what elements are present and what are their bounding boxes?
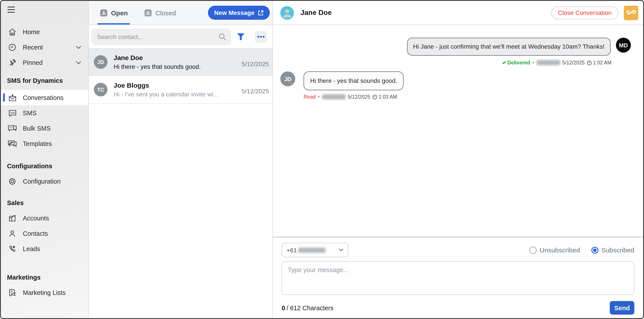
templates-icon [8, 139, 17, 148]
sidebar-item-label: Marketing Lists [23, 289, 66, 296]
marketing-lists-icon [8, 288, 17, 297]
hamburger-menu-icon[interactable] [1, 1, 88, 19]
redacted-phone-number [298, 247, 326, 253]
radio-label: Unsubscribed [540, 246, 580, 254]
sidebar-item-label: Bulk SMS [23, 125, 51, 132]
filter-button[interactable] [231, 32, 250, 41]
tab-closed[interactable]: Closed [144, 1, 176, 24]
external-link-icon [258, 10, 264, 15]
sidebar-section-configurations: Configurations [1, 158, 88, 174]
message-date: 5/12/2025 [562, 60, 584, 65]
leads-icon [8, 244, 17, 253]
message-status: Read • 5/12/2025 1:03 AM [304, 94, 643, 100]
sidebar-item-conversations[interactable]: Conversations [1, 90, 88, 105]
sidebar-item-accounts[interactable]: Accounts [1, 210, 88, 226]
redacted-sender-name [322, 94, 346, 99]
message-input[interactable] [282, 261, 634, 295]
radio-unsubscribed[interactable]: Unsubscribed [530, 246, 580, 254]
inbox-tray-icon [144, 9, 152, 16]
status-label: Delivered [507, 60, 530, 65]
sidebar-section-sms-for-dynamics: SMS for Dynamics [1, 73, 88, 88]
sidebar-item-label: Accounts [23, 215, 49, 222]
conversation-preview: Hi - I've sent you a calendar invite wi.… [114, 90, 218, 98]
search-input[interactable] [91, 28, 231, 45]
new-message-label: New Message [214, 9, 254, 16]
app-window: Home Recent Pinned SMS for Dynamics Conv… [0, 0, 644, 319]
svg-text:SMS: SMS [10, 111, 15, 114]
message-time: 1:03 AM [378, 94, 397, 99]
tab-open[interactable]: Open [100, 1, 128, 24]
sidebar-item-label: Conversations [23, 94, 64, 101]
gear-icon [8, 177, 17, 186]
sidebar-item-label: Pinned [23, 59, 42, 66]
bulk-sms-icon [8, 124, 17, 133]
avatar: TC [94, 83, 108, 96]
phone-number-select[interactable]: +61 [282, 243, 348, 257]
sidebar-section-marketings: Marketings [1, 270, 88, 285]
conversation-preview: Hi there - yes that sounds good. [114, 62, 201, 71]
search-icon [218, 33, 226, 40]
sidebar-item-recent[interactable]: Recent [1, 39, 88, 55]
contact-avatar [280, 6, 294, 19]
home-icon [8, 27, 17, 36]
character-limit-label: / 612 Characters [286, 304, 334, 311]
conversations-icon [8, 93, 17, 102]
sms-icon: SMS [8, 108, 17, 117]
conversation-date: 5/12/2025 [238, 60, 269, 67]
send-button[interactable]: Send [610, 301, 634, 315]
more-options-button[interactable] [255, 30, 267, 43]
sidebar-item-home[interactable]: Home [1, 24, 88, 39]
message-date: 5/12/2025 [348, 94, 370, 99]
message-bubble: Hi Jane - just confirming that we'll mee… [407, 38, 611, 56]
chevron-down-icon[interactable] [76, 61, 81, 64]
message-history: Hi Jane - just confirming that we'll mee… [273, 25, 643, 237]
conversation-tabs: Open Closed New Message [88, 1, 272, 25]
pin-icon [8, 58, 17, 67]
conversation-row-joe-bloggs[interactable]: TC Joe Bloggs Hi - I've sent you a calen… [88, 76, 272, 104]
radio-circle-icon [591, 247, 598, 254]
sidebar-item-bulk-sms[interactable]: Bulk SMS [1, 120, 88, 136]
sidebar-section-sales: Sales [1, 195, 88, 210]
app-logo[interactable] [624, 5, 638, 20]
phone-prefix: +61 [286, 247, 297, 254]
avatar: JD [280, 71, 295, 86]
message-time: 1:02 AM [593, 60, 612, 65]
sidebar-item-label: Leads [23, 245, 40, 252]
sidebar-item-contacts[interactable]: Contacts [1, 226, 88, 241]
tab-closed-label: Closed [156, 9, 176, 16]
sidebar-item-marketing-lists[interactable]: Marketing Lists [1, 285, 88, 300]
conversation-name: Jane Doe [114, 53, 201, 62]
radio-subscribed[interactable]: Subscribed [591, 246, 634, 254]
separator-dot: • [532, 60, 534, 66]
conversation-row-jane-doe[interactable]: JD Jane Doe Hi there - yes that sounds g… [88, 49, 272, 76]
character-counter: 0/ 612 Characters [282, 304, 334, 311]
message-incoming: JD Hi there - yes that sounds good. [273, 71, 643, 90]
chat-contact-name: Jane Doe [300, 9, 332, 17]
contacts-icon [8, 229, 17, 238]
new-message-button[interactable]: New Message [208, 6, 270, 20]
accounts-icon [8, 214, 17, 222]
chevron-down-icon[interactable] [76, 45, 81, 49]
sidebar-item-sms[interactable]: SMS SMS [1, 105, 88, 120]
radio-label: Subscribed [602, 246, 634, 254]
clock-icon [8, 43, 17, 51]
filter-funnel-icon [236, 33, 245, 40]
sidebar-item-configuration[interactable]: Configuration [1, 174, 88, 189]
radio-circle-icon [530, 247, 536, 254]
conversation-list-panel: Open Closed New Message JD Ja [88, 1, 273, 318]
sidebar-item-label: Contacts [23, 230, 48, 237]
conversation-date: 5/12/2025 [238, 88, 269, 95]
message-bubble: Hi there - yes that sounds good. [304, 71, 404, 90]
redacted-sender-name [536, 60, 560, 65]
sidebar-item-pinned[interactable]: Pinned [1, 55, 88, 70]
close-conversation-button[interactable]: Close Conversation [551, 6, 618, 19]
chat-panel: Jane Doe Close Conversation Hi Jane - ju… [273, 1, 643, 318]
inbox-tray-icon [100, 9, 108, 16]
sidebar-item-templates[interactable]: Templates [1, 136, 88, 151]
clock-icon [587, 60, 592, 65]
ellipsis-icon [257, 35, 265, 38]
separator-dot: • [318, 94, 320, 100]
sidebar-item-label: Recent [23, 44, 43, 51]
sidebar-item-leads[interactable]: Leads [1, 241, 88, 256]
avatar: JD [94, 55, 108, 69]
